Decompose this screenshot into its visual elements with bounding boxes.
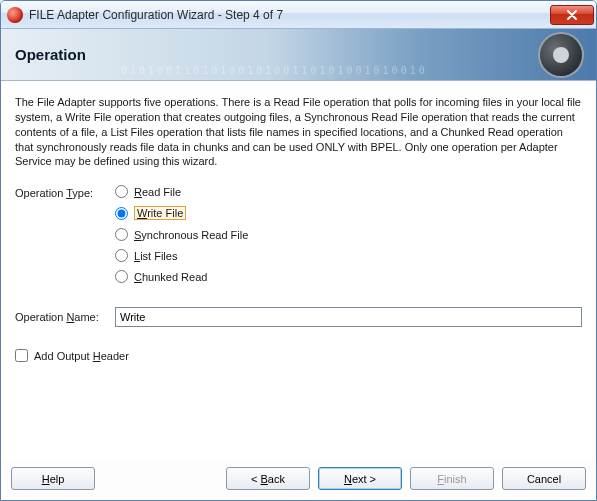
close-icon [567,10,577,20]
close-button[interactable] [550,5,594,25]
help-button[interactable]: Help [11,467,95,490]
app-icon [7,7,23,23]
radio-list-files-input[interactable] [115,249,128,262]
window-title: FILE Adapter Configuration Wizard - Step… [29,8,550,22]
radio-write-file-label: Write File [134,206,186,220]
operation-name-label: Operation Name: [15,311,115,323]
page-title: Operation [15,46,86,63]
gear-icon [540,34,582,76]
banner: Operation 010100110101001010011010100101… [1,29,596,81]
banner-art [460,29,590,81]
next-button[interactable]: Next > [318,467,402,490]
back-button[interactable]: < Back [226,467,310,490]
radio-sync-read-file-input[interactable] [115,228,128,241]
radio-list-files-label: List Files [134,250,177,262]
content-area: The File Adapter supports five operation… [1,81,596,459]
radio-list-files[interactable]: List Files [115,249,582,262]
finish-button: Finish [410,467,494,490]
radio-chunked-read-label: Chunked Read [134,271,207,283]
radio-read-file[interactable]: Read File [115,185,582,198]
radio-sync-read-file-label: Synchronous Read File [134,229,248,241]
cancel-button[interactable]: Cancel [502,467,586,490]
add-output-header-label[interactable]: Add Output Header [34,350,129,362]
footer: Help < Back Next > Finish Cancel [1,459,596,500]
wizard-window: FILE Adapter Configuration Wizard - Step… [0,0,597,501]
radio-chunked-read-input[interactable] [115,270,128,283]
operation-name-input[interactable] [115,307,582,327]
radio-write-file[interactable]: Write File [115,206,582,220]
add-output-header-checkbox[interactable] [15,349,28,362]
radio-sync-read-file[interactable]: Synchronous Read File [115,228,582,241]
operation-type-group: Read File Write File Synchronous Read Fi… [115,185,582,283]
titlebar[interactable]: FILE Adapter Configuration Wizard - Step… [1,1,596,29]
radio-chunked-read[interactable]: Chunked Read [115,270,582,283]
radio-write-file-input[interactable] [115,207,128,220]
radio-read-file-label: Read File [134,186,181,198]
radio-read-file-input[interactable] [115,185,128,198]
operation-type-label: Operation Type: [15,185,115,283]
intro-text: The File Adapter supports five operation… [15,95,582,169]
